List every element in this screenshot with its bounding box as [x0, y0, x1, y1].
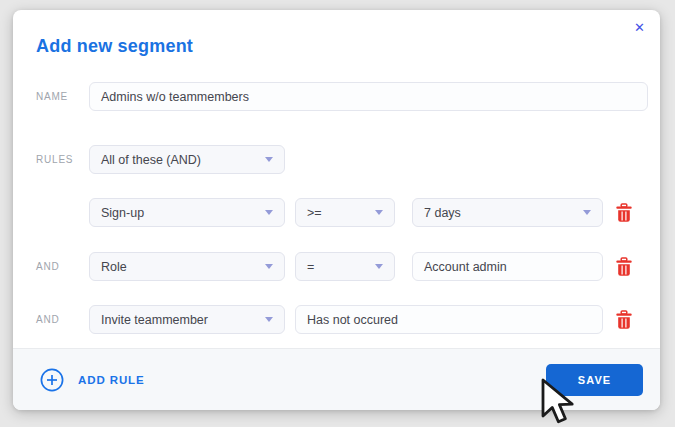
dialog-footer: ADD RULE SAVE — [13, 348, 660, 410]
rules-row: RULES All of these (AND) — [36, 145, 648, 174]
rule-operator-select[interactable]: >= — [295, 198, 395, 227]
rule-value-input[interactable]: Account admin — [412, 252, 603, 281]
add-rule-button[interactable]: ADD RULE — [40, 368, 145, 392]
rule-value-select[interactable]: 7 days — [412, 198, 603, 227]
trash-icon — [615, 257, 633, 277]
rules-match-type-select[interactable]: All of these (AND) — [89, 145, 285, 174]
rule-operator-value: = — [307, 260, 314, 274]
rule-operator-select[interactable]: = — [295, 252, 395, 281]
chevron-down-icon — [265, 210, 273, 215]
chevron-down-icon — [375, 264, 383, 269]
rule-attribute-value: Invite teammember — [101, 313, 208, 327]
conjunction-label: AND — [36, 261, 89, 272]
segment-name-value: Admins w/o teammembers — [101, 90, 249, 104]
chevron-down-icon — [265, 264, 273, 269]
close-icon[interactable]: ✕ — [634, 21, 645, 34]
rule-value-input[interactable]: Has not occured — [295, 305, 603, 334]
rule-value: 7 days — [424, 206, 461, 220]
save-button[interactable]: SAVE — [546, 364, 643, 396]
rule-attribute-select[interactable]: Sign-up — [89, 198, 285, 227]
plus-circle-icon — [40, 368, 64, 392]
trash-icon — [615, 310, 633, 330]
dialog-title: Add new segment — [36, 36, 193, 57]
rule-attribute-select[interactable]: Invite teammember — [89, 305, 285, 334]
name-row: NAME Admins w/o teammembers — [36, 82, 648, 111]
add-rule-label: ADD RULE — [78, 374, 145, 386]
rules-match-type-value: All of these (AND) — [101, 153, 201, 167]
delete-rule-button[interactable] — [615, 310, 633, 330]
rule-operator-value: >= — [307, 206, 322, 220]
rule-row: AND Invite teammember Has not occured — [36, 305, 648, 334]
chevron-down-icon — [583, 210, 591, 215]
name-label: NAME — [36, 91, 89, 102]
chevron-down-icon — [375, 210, 383, 215]
rule-attribute-value: Role — [101, 260, 127, 274]
rules-label: RULES — [36, 154, 89, 165]
rule-attribute-value: Sign-up — [101, 206, 144, 220]
add-segment-dialog: ✕ Add new segment NAME Admins w/o teamme… — [13, 10, 660, 410]
chevron-down-icon — [265, 157, 273, 162]
rule-row: Sign-up >= 7 days — [36, 198, 648, 227]
delete-rule-button[interactable] — [615, 257, 633, 277]
rule-attribute-select[interactable]: Role — [89, 252, 285, 281]
chevron-down-icon — [265, 317, 273, 322]
rule-row: AND Role = Account admin — [36, 252, 648, 281]
delete-rule-button[interactable] — [615, 203, 633, 223]
conjunction-label: AND — [36, 314, 89, 325]
trash-icon — [615, 203, 633, 223]
segment-name-input[interactable]: Admins w/o teammembers — [89, 82, 648, 111]
rule-value: Has not occured — [307, 313, 398, 327]
rule-value: Account admin — [424, 260, 507, 274]
